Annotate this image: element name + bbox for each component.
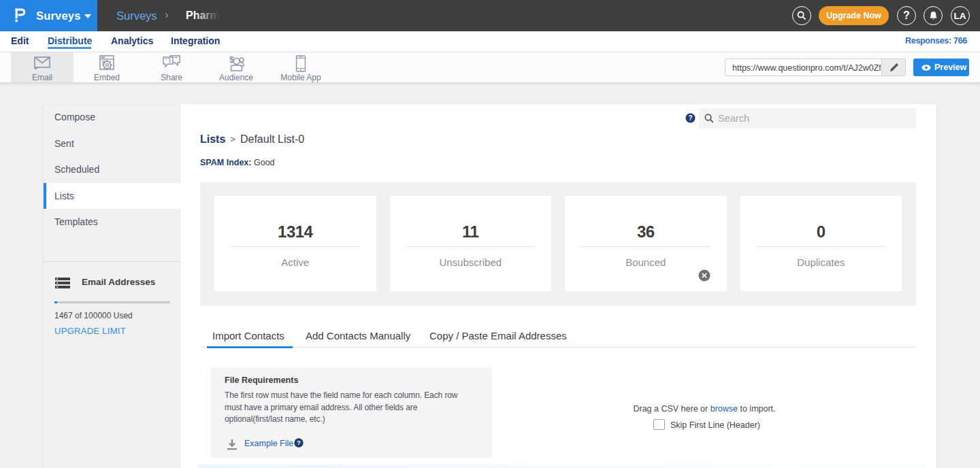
svg-text:?: ? <box>688 114 692 122</box>
svg-text:?: ? <box>297 439 301 446</box>
